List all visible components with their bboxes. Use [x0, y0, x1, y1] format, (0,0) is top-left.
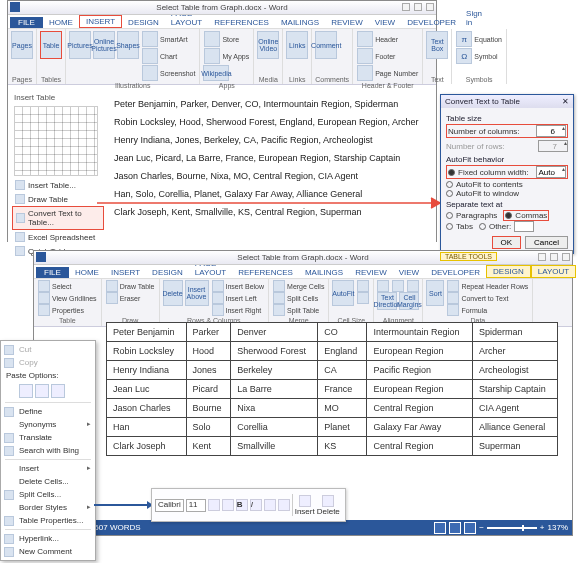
ctx-define[interactable]: Define	[1, 405, 95, 418]
footer-button[interactable]: Footer	[375, 53, 395, 60]
fontsize-select[interactable]: 11	[186, 499, 206, 512]
delete-icon[interactable]	[322, 495, 334, 507]
word-count[interactable]: 607 WORDS	[94, 523, 140, 532]
table-cell[interactable]: Nixa	[231, 399, 318, 418]
convert-to-text-button[interactable]: Convert to Text	[446, 292, 529, 304]
ctx-search-bing[interactable]: Search with Bing	[1, 444, 95, 457]
tab2-design[interactable]: DESIGN	[146, 267, 189, 278]
pagenum-button[interactable]: Page Number	[375, 70, 418, 77]
fixed-width-radio[interactable]: Fixed column width:	[448, 168, 529, 177]
symbol-button[interactable]: Symbol	[474, 53, 497, 60]
tab-references[interactable]: REFERENCES	[208, 17, 275, 28]
table-cell[interactable]: Robin Locksley	[107, 342, 187, 361]
screenshot-button[interactable]: Screenshot	[160, 70, 195, 77]
align-icon[interactable]	[392, 280, 404, 292]
table-cell[interactable]: Archeologist	[473, 361, 558, 380]
table-cell[interactable]: European Region	[367, 380, 473, 399]
view-icon[interactable]	[449, 522, 461, 534]
table-cell[interactable]: Clark Joseph	[107, 437, 187, 456]
table-row[interactable]: Clark JosephKentSmallvilleKSCentral Regi…	[107, 437, 558, 456]
table-cell[interactable]: MO	[318, 399, 367, 418]
tab2-insert[interactable]: INSERT	[105, 267, 146, 278]
sep-paragraphs-radio[interactable]: Paragraphs	[446, 210, 497, 221]
table-cell[interactable]: Spiderman	[473, 323, 558, 342]
menu-insert-table[interactable]: Insert Table...	[12, 178, 104, 192]
sign-in-link-2[interactable]: Sign in	[576, 258, 580, 278]
repeat-header-button[interactable]: Repeat Header Rows	[446, 280, 529, 292]
table-cell[interactable]: Hood	[186, 342, 231, 361]
myapps-button[interactable]: My Apps	[222, 53, 249, 60]
formula-button[interactable]: Formula	[446, 304, 529, 316]
align-icon[interactable]	[377, 280, 389, 292]
document-text[interactable]: Peter Benjamin, Parker, Denver, CO, Inte…	[104, 91, 436, 258]
tab2-mailings[interactable]: MAILINGS	[299, 267, 349, 278]
table-cell[interactable]: Picard	[186, 380, 231, 399]
tab-review[interactable]: REVIEW	[325, 17, 369, 28]
paste-option[interactable]	[35, 384, 49, 398]
merge-button[interactable]: Merge Cells	[272, 280, 325, 292]
split-table-button[interactable]: Split Table	[272, 304, 325, 316]
pictures-button[interactable]: Pictures	[69, 31, 91, 59]
wikipedia-button[interactable]: Wikipedia	[203, 65, 229, 81]
min-button[interactable]	[402, 3, 410, 11]
table-cell[interactable]: Starship Captain	[473, 380, 558, 399]
cellmargins-button[interactable]: Cell Margins	[399, 292, 419, 310]
tab-view[interactable]: VIEW	[369, 17, 401, 28]
ctx-split-cells[interactable]: Split Cells...	[1, 488, 95, 501]
online-pictures-button[interactable]: Online Pictures	[93, 31, 115, 59]
table-cell[interactable]: La Barre	[231, 380, 318, 399]
italic-icon[interactable]: I	[250, 499, 262, 511]
table-cell[interactable]: Berkeley	[231, 361, 318, 380]
align-icon[interactable]	[407, 280, 419, 292]
autofit-contents-radio[interactable]: AutoFit to contents	[446, 180, 568, 189]
textbox-button[interactable]: Text Box	[426, 31, 448, 59]
table-cell[interactable]: Denver	[231, 323, 318, 342]
table-cell[interactable]: Peter Benjamin	[107, 323, 187, 342]
equation-button[interactable]: Equation	[474, 36, 502, 43]
tab2-review[interactable]: REVIEW	[349, 267, 393, 278]
tab2-references[interactable]: REFERENCES	[232, 267, 299, 278]
ctx-hyperlink[interactable]: Hyperlink...	[1, 532, 95, 545]
table-cell[interactable]: European Region	[367, 342, 473, 361]
split-cells-button[interactable]: Split Cells	[272, 292, 325, 304]
properties-button[interactable]: Properties	[37, 304, 98, 316]
fixed-width-input[interactable]	[536, 166, 566, 178]
close-button[interactable]	[426, 3, 434, 11]
zoom-value[interactable]: 137%	[548, 523, 568, 532]
table-cell[interactable]: Central Region	[367, 399, 473, 418]
tab-insert[interactable]: INSERT	[79, 15, 122, 28]
insert-left-button[interactable]: Insert Left	[211, 292, 266, 304]
zoom-slider[interactable]	[487, 527, 537, 529]
table-cell[interactable]: CO	[318, 323, 367, 342]
width-input[interactable]	[356, 292, 370, 304]
table-row[interactable]: HanSoloCorelliaPlanetGalaxy Far AwayAlli…	[107, 418, 558, 437]
height-input[interactable]	[356, 280, 370, 292]
menu-draw-table[interactable]: Draw Table	[12, 192, 104, 206]
chart-button[interactable]: Chart	[160, 53, 177, 60]
table-cell[interactable]: Jones	[186, 361, 231, 380]
table-cell[interactable]: Bourne	[186, 399, 231, 418]
paste-option[interactable]	[51, 384, 65, 398]
online-video-button[interactable]: Online Video	[257, 31, 279, 59]
table-cell[interactable]: Galaxy Far Away	[367, 418, 473, 437]
tab2-developer[interactable]: DEVELOPER	[425, 267, 486, 278]
gridlines-button[interactable]: View Gridlines	[37, 292, 98, 304]
view-icon[interactable]	[434, 522, 446, 534]
insert-right-button[interactable]: Insert Right	[211, 304, 266, 316]
links-button[interactable]: Links	[286, 31, 308, 59]
sep-other-input[interactable]	[514, 221, 534, 232]
tab-design[interactable]: DESIGN	[122, 17, 165, 28]
max-button[interactable]	[414, 3, 422, 11]
smartart-button[interactable]: SmartArt	[160, 36, 188, 43]
eraser-button[interactable]: Eraser	[105, 292, 156, 304]
zoom-in[interactable]: +	[540, 523, 545, 532]
sep-other-radio[interactable]: Other:	[479, 221, 534, 232]
ctx-copy[interactable]: Copy	[1, 356, 95, 369]
table-cell[interactable]: Smallville	[231, 437, 318, 456]
tab-developer[interactable]: DEVELOPER	[401, 17, 462, 28]
bold-icon[interactable]: B	[236, 499, 248, 511]
file-tab-2[interactable]: FILE	[36, 267, 69, 278]
table-cell[interactable]: Jean Luc	[107, 380, 187, 399]
ctx-new-comment[interactable]: New Comment	[1, 545, 95, 558]
underline-icon[interactable]	[264, 499, 276, 511]
